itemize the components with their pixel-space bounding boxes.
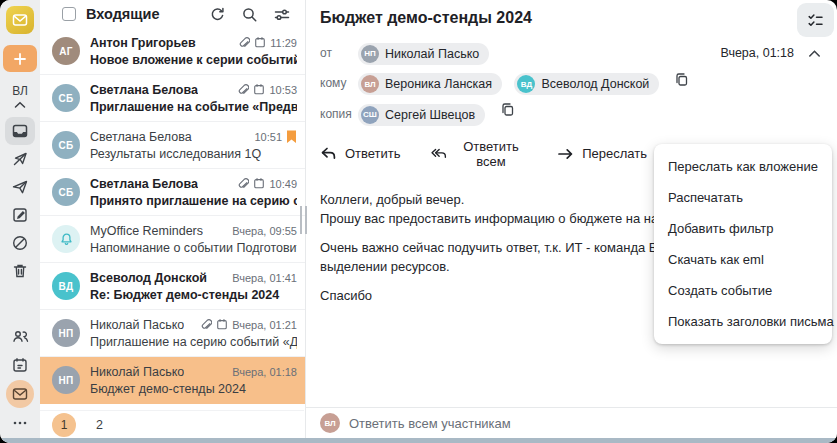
recipient-chip[interactable]: НП Николай Пасько [358, 43, 489, 65]
reply-button[interactable]: Ответить [320, 146, 401, 161]
reply-icon [320, 146, 337, 161]
list-item[interactable]: СБ Светлана Белова 10:53 Приглашение на … [40, 75, 305, 122]
refresh-button[interactable] [209, 6, 226, 23]
app-logo[interactable] [6, 6, 34, 34]
mail-icon [11, 385, 29, 403]
mail-app-button[interactable] [6, 380, 34, 408]
sidebar-item-drafts[interactable] [5, 201, 35, 229]
folder-nav [5, 117, 35, 285]
event-icon [216, 318, 228, 331]
sidebar-item-sent[interactable] [5, 173, 35, 201]
tasks-panel-toggle[interactable] [797, 3, 834, 37]
sender-name: MyOffice Reminders [90, 224, 203, 238]
copy-address-button[interactable] [674, 72, 689, 87]
search-button[interactable] [241, 6, 258, 23]
sidebar-item-outbox[interactable] [5, 145, 35, 173]
sender-name: Светлана Белова [90, 130, 192, 144]
forward-icon [557, 147, 574, 161]
menu-item[interactable]: Скачать как eml [654, 244, 832, 275]
copy-icon [674, 72, 689, 87]
copy-address-button[interactable] [500, 102, 515, 117]
message-subject-preview: Принято приглашение на серию событий «… [90, 194, 297, 208]
event-icon [254, 36, 266, 49]
sender-avatar [52, 225, 80, 253]
search-icon [241, 6, 258, 23]
message-subject-preview: Новое вложение к серии событий «Аналити… [90, 53, 297, 67]
sender-avatar: НП [52, 366, 80, 394]
page-1-button[interactable]: 1 [52, 413, 76, 437]
sidebar-item-trash[interactable] [5, 257, 35, 285]
message-list-panel: Входящие АГ Антон Григорьев [40, 0, 306, 443]
recipient-name: Всеволод Донской [541, 77, 649, 91]
calendar-app-button[interactable] [5, 351, 35, 379]
sender-name: Светлана Белова [90, 83, 198, 97]
recipient-chip[interactable]: СШ Сергей Швецов [358, 104, 485, 126]
sender-avatar: ВД [52, 272, 80, 300]
collapse-chevron-icon[interactable] [14, 101, 26, 109]
forward-button[interactable]: Переслать [557, 146, 647, 161]
app-window: ВЛ [0, 0, 837, 443]
sidebar-item-inbox[interactable] [5, 117, 35, 145]
menu-item[interactable]: Показать заголовки письма [654, 306, 832, 337]
calendar-icon [11, 356, 29, 374]
menu-item[interactable]: Переслать как вложение [654, 151, 832, 182]
recipient-chip[interactable]: ВЛ Вероника Ланская [358, 73, 502, 95]
app-sidebar: ВЛ [0, 0, 40, 443]
page-2-button[interactable]: 2 [96, 418, 103, 432]
sidebar-item-spam[interactable] [5, 229, 35, 257]
list-item[interactable]: НП Николай Пасько Вчера, 01:18 Бюджет де… [40, 357, 305, 404]
sender-name: Николай Пасько [90, 365, 184, 379]
copy-icon [500, 102, 515, 117]
list-item[interactable]: ВД Всеволод Донской Вчера, 01:41 Re: Бюд… [40, 263, 305, 310]
reply-all-button[interactable]: Ответить всем [431, 139, 528, 169]
plus-icon [12, 51, 28, 67]
message-subject-preview: Приглашение на серию событий «Демо стен… [90, 335, 297, 349]
logo-envelope-icon [11, 11, 29, 29]
menu-item[interactable]: Добавить фильтр [654, 213, 832, 244]
message-subject-preview: Re: Бюджет демо-стенды 2024 [90, 288, 297, 302]
drafts-icon [11, 206, 29, 224]
compose-button[interactable] [3, 45, 37, 72]
profile-initials[interactable]: ВЛ [12, 84, 28, 98]
quick-reply-placeholder: Ответить всем участникам [349, 416, 511, 431]
folder-title: Входящие [86, 6, 160, 22]
panel-splitter-handle[interactable] [300, 206, 307, 234]
list-item[interactable]: АГ Антон Григорьев 11:29 Новое вложение … [40, 28, 305, 75]
filter-button[interactable] [273, 6, 291, 23]
sender-name: Николай Пасько [90, 318, 184, 332]
sender-avatar: СБ [52, 131, 80, 159]
message-subject: Бюджет демо-стенды 2024 [320, 9, 837, 27]
list-item[interactable]: НП Николай Пасько Вчера, 01:21 Приглашен… [40, 310, 305, 357]
list-item[interactable]: MyOffice Reminders Вчера, 09:55 Напомина… [40, 216, 305, 263]
recipient-chip[interactable]: ВД Всеволод Донской [514, 73, 659, 95]
sender-avatar: СБ [52, 84, 80, 112]
inbox-icon [11, 122, 29, 140]
message-context-menu: Переслать как вложение Распечатать Добав… [654, 144, 832, 344]
message-subject-preview: Приглашение на событие «Предварительно… [90, 100, 297, 114]
outbox-icon [11, 150, 29, 168]
attachment-icon [237, 177, 249, 190]
contacts-app-button[interactable] [5, 322, 35, 350]
select-all-checkbox[interactable] [62, 7, 76, 21]
sender-name: Всеволод Донской [90, 271, 207, 285]
flag-icon [286, 130, 297, 144]
list-item[interactable]: СБ Светлана Белова 10:51 Результаты иссл… [40, 122, 305, 169]
sender-avatar: СБ [52, 178, 80, 206]
recipient-avatar: ВЛ [361, 75, 379, 93]
pagination: 1 2 [40, 410, 304, 438]
bell-icon [59, 232, 74, 247]
ellipsis-icon [11, 414, 29, 432]
menu-item[interactable]: Создать событие [654, 275, 832, 306]
message-meta: от НП Николай Пасько Вчера, 01:18 кому В… [320, 42, 837, 126]
list-item[interactable]: СБ Светлана Белова 10:49 Принято приглаш… [40, 169, 305, 216]
attachment-icon [237, 83, 249, 96]
refresh-icon [209, 6, 226, 23]
event-icon [253, 83, 265, 96]
event-icon [253, 177, 265, 190]
collapse-message-button[interactable] [808, 49, 821, 58]
spam-icon [11, 234, 29, 252]
menu-item[interactable]: Распечатать [654, 182, 832, 213]
more-apps-button[interactable] [5, 409, 35, 437]
quick-reply-bar[interactable]: ВЛ Ответить всем участникам [306, 407, 837, 438]
message-time: Вчера, 01:18 [232, 366, 297, 378]
